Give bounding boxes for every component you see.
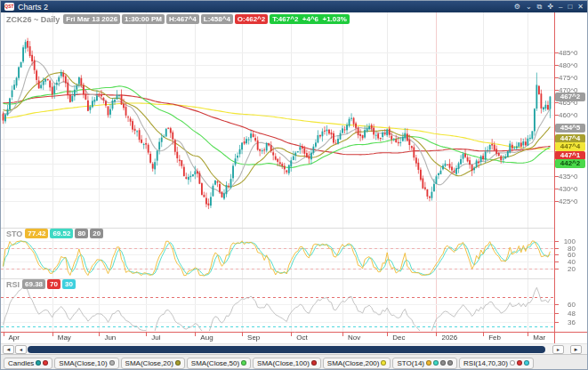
- legend-tab-label: STO(14): [397, 359, 424, 367]
- rsi-tick-label: 60: [558, 301, 576, 309]
- month-label: Jul: [151, 334, 160, 342]
- month-label: Feb: [488, 334, 501, 342]
- legend-tab-label: SMA(Close,100): [257, 359, 310, 367]
- rsi-value-badge-0: 69.38: [22, 279, 45, 289]
- series-color-dot: [426, 360, 431, 366]
- month-label: 2026: [441, 334, 457, 342]
- legend-tab-sto-14-[interactable]: STO(14): [392, 358, 457, 369]
- rsi-tick-label: 36: [558, 318, 576, 326]
- window-title: Charts 2: [18, 3, 48, 12]
- chart-window: QST Charts 2 ⚙⌄⧉✜–□✕ ZCK26 ~ Daily Fri M…: [0, 0, 588, 370]
- window-controls: ⚙⌄⧉✜–□✕: [514, 1, 584, 12]
- price-tick-label: 485^0: [559, 49, 578, 57]
- legend-tab-label: SMA(Close,50): [191, 359, 239, 367]
- month-label: Mar: [533, 334, 545, 342]
- price-tick-label: 425^0: [559, 197, 578, 205]
- series-color-dot: [517, 360, 522, 366]
- rsi-tick-label: 48: [558, 310, 576, 318]
- legend-tab-label: SMA(Close,200): [327, 359, 380, 367]
- series-color-dot: [175, 360, 181, 366]
- series-color-dot: [524, 360, 529, 366]
- legend-tab-label: RSI(14,70,30): [463, 359, 508, 367]
- chevron-down-icon[interactable]: ⌄: [526, 1, 532, 12]
- legend-tab-sma-close-200-[interactable]: SMA(Close,200): [323, 358, 391, 369]
- rsi-panel-header: RSI 69.387030: [6, 279, 77, 289]
- price-axis-badge: 467^2: [555, 92, 585, 101]
- pin-icon[interactable]: ✜: [547, 1, 553, 12]
- legend-tab-sma-close-20-[interactable]: SMA(Close,20): [121, 358, 185, 369]
- sto-value-badge-3: 20: [90, 229, 103, 238]
- quote-badge-5: T:467^2 +4^6 +1.03%: [270, 14, 350, 24]
- month-label: Oct: [296, 334, 307, 342]
- legend-tab-label: SMA(Close,20): [125, 359, 173, 367]
- sto-panel-header: STO 77.4269.528020: [6, 229, 105, 238]
- month-label: Nov: [348, 334, 360, 342]
- sto-tick-label: 20: [558, 265, 576, 273]
- app-logo-icon: QST: [4, 3, 14, 11]
- scrollbar-thumb[interactable]: [28, 346, 545, 353]
- indicator-legend-bar: CandlesSMA(Close,10)SMA(Close,20)SMA(Clo…: [1, 354, 588, 370]
- rsi-value-badge-1: 70: [47, 279, 60, 289]
- month-label: Apr: [9, 334, 20, 342]
- scroll-far-left-button[interactable]: ◄: [3, 345, 14, 354]
- sto-value-badge-2: 80: [75, 229, 88, 238]
- month-label: Jun: [104, 334, 116, 342]
- quote-badge-4: O:462^2: [235, 14, 268, 24]
- series-color-dot: [381, 360, 386, 366]
- month-label: Aug: [200, 334, 213, 342]
- series-color-dot: [109, 360, 115, 366]
- month-label: Sep: [247, 334, 260, 342]
- sto-label: STO: [6, 229, 22, 238]
- series-color-dot: [311, 360, 317, 366]
- quote-badge-3: L:458^4: [201, 14, 233, 24]
- maximize-button[interactable]: □: [568, 1, 572, 12]
- series-color-dot: [241, 360, 246, 366]
- price-tick-label: 460^0: [559, 111, 578, 119]
- price-axis-badge: 447^4: [555, 134, 585, 143]
- price-tick-label: 475^0: [559, 74, 578, 82]
- series-color-dot: [440, 360, 446, 366]
- price-tick-label: 480^0: [559, 61, 578, 69]
- month-label: May: [58, 334, 71, 342]
- series-color-dot: [447, 360, 453, 366]
- symbol-label: ZCK26 ~ Daily: [6, 15, 60, 24]
- quote-badge-0: Fri Mar 13 2026: [63, 14, 120, 24]
- title-bar[interactable]: QST Charts 2 ⚙⌄⧉✜–□✕: [1, 1, 587, 12]
- legend-tab-rsi-14-70-30-[interactable]: RSI(14,70,30): [459, 358, 534, 369]
- legend-tab-sma-close-100-[interactable]: SMA(Close,100): [253, 358, 321, 369]
- series-color-dot: [433, 360, 439, 366]
- close-button[interactable]: ✕: [577, 1, 584, 12]
- legend-tab-label: SMA(Close,10): [59, 359, 107, 367]
- quote-badge-2: H:467^4: [166, 14, 199, 24]
- scroll-far-right-button[interactable]: ►: [570, 345, 582, 354]
- price-axis-badge: 454^5: [555, 124, 585, 133]
- rsi-value-badge-2: 30: [62, 279, 76, 289]
- price-chart-canvas[interactable]: [1, 1, 588, 370]
- sto-value-badge-0: 77.42: [25, 229, 48, 238]
- series-color-dot: [43, 360, 48, 366]
- scroll-left-button[interactable]: ◂: [15, 345, 27, 354]
- series-color-dot: [36, 360, 41, 366]
- horizontal-scrollbar[interactable]: ◄◂▸►: [1, 343, 588, 354]
- quote-badge-1: 1:30:00 PM: [122, 14, 165, 24]
- chart-header: ZCK26 ~ Daily Fri Mar 13 20261:30:00 PMH…: [6, 14, 351, 24]
- legend-tab-sma-close-50-[interactable]: SMA(Close,50): [187, 358, 251, 369]
- rsi-label: RSI: [6, 280, 20, 289]
- duplicate-icon[interactable]: ⧉: [537, 1, 543, 12]
- price-axis-badge: 442^2: [555, 159, 585, 168]
- scroll-right-button[interactable]: ▸: [552, 345, 564, 354]
- legend-tab-label: Candles: [8, 359, 34, 367]
- price-axis-badge: 447^1: [555, 151, 585, 160]
- legend-tab-candles[interactable]: Candles: [4, 358, 52, 369]
- legend-tab-sma-close-10-[interactable]: SMA(Close,10): [54, 358, 118, 369]
- sto-value-badge-1: 69.52: [50, 229, 73, 238]
- settings-icon[interactable]: ⚙: [514, 1, 520, 12]
- price-axis-badge: 447^4: [555, 142, 585, 151]
- price-tick-label: 435^0: [559, 173, 578, 181]
- price-tick-label: 430^0: [559, 185, 578, 193]
- series-color-dot: [510, 360, 515, 366]
- minimize-button[interactable]: –: [559, 1, 562, 12]
- month-label: Dec: [392, 334, 405, 342]
